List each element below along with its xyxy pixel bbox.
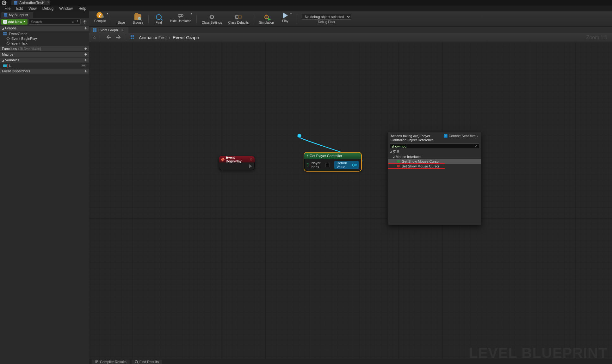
clear-icon[interactable]: ✕ xyxy=(475,144,478,148)
plus-icon: + xyxy=(3,20,7,24)
panel-search[interactable]: ⌕ ▼ xyxy=(29,19,81,25)
tab-compiler-results[interactable]: Compiler Results xyxy=(92,360,130,364)
variable-type-icon[interactable] xyxy=(82,64,86,67)
wire-endpoint-icon xyxy=(298,134,301,137)
tree-item-event-beginplay[interactable]: Event BeginPlay xyxy=(0,36,89,41)
graph-canvas[interactable]: LEVEL BLUEPRINT Event BeginPlay xyxy=(89,42,612,364)
blueprint-icon xyxy=(4,13,7,17)
event-icon xyxy=(221,157,225,161)
context-item-get-show-mouse-cursor[interactable]: Get Show Mouse Cursor xyxy=(388,159,481,164)
svg-rect-3 xyxy=(95,361,98,362)
tab-find-results[interactable]: Find Results xyxy=(132,360,162,364)
tree-label: Event Tick xyxy=(11,41,28,45)
add-icon[interactable]: + xyxy=(84,52,87,57)
chevron-down-icon[interactable]: ▼ xyxy=(76,20,79,22)
pin-value[interactable]: 0 xyxy=(325,163,330,167)
section-variables[interactable]: ◢Variables + xyxy=(0,57,89,63)
nav-forward-icon[interactable]: 🡲 xyxy=(115,35,121,40)
menubar: File Edit View Debug Window Help xyxy=(0,6,612,11)
blueprint-icon xyxy=(14,1,17,5)
node-title: Event BeginPlay xyxy=(226,155,248,163)
add-new-button[interactable]: + Add New ▼ xyxy=(1,19,28,25)
context-category-variable[interactable]: ◢变量 xyxy=(388,149,481,155)
close-icon[interactable]: × xyxy=(121,28,123,32)
search-icon: ⌕ xyxy=(72,19,74,24)
pin-label: Return Value xyxy=(337,161,351,169)
simulation-button[interactable]: ⚙▶ Simulation xyxy=(257,12,276,26)
compile-button[interactable]: ?⚙ Compile ▾ xyxy=(92,12,108,26)
toolbar-label: Hide Unrelated xyxy=(170,19,191,23)
toolbar-label: Find xyxy=(156,21,162,24)
window-tab[interactable]: AnimationTest* × xyxy=(11,0,50,5)
tree-item-eventgraph[interactable]: EventGraph xyxy=(0,31,89,36)
variable-label: UI xyxy=(9,64,80,68)
class-defaults-button[interactable]: ⚙⚙ Class Defaults xyxy=(226,12,251,26)
pin-player-index[interactable]: Player Index 0 xyxy=(307,161,330,169)
context-item-set-show-mouse-cursor[interactable]: Set Show Mouse Cursor xyxy=(388,164,445,168)
checkbox-checked-icon[interactable]: ✓ xyxy=(444,134,448,138)
section-macros[interactable]: Macros + xyxy=(0,52,89,57)
hide-unrelated-icon xyxy=(177,12,184,19)
node-get-player-controller[interactable]: f Get Player Controller Player Index 0 R… xyxy=(304,153,361,171)
simulation-icon: ⚙▶ xyxy=(264,14,269,21)
toolbar-label: Play xyxy=(282,19,288,23)
chevron-down-icon: ▼ xyxy=(23,20,26,23)
add-icon[interactable]: + xyxy=(84,58,87,63)
tab-event-graph[interactable]: Event Graph × xyxy=(90,27,128,33)
panel-tab-my-blueprint[interactable]: My Blueprint xyxy=(1,12,33,18)
menu-debug[interactable]: Debug xyxy=(40,6,56,11)
hide-unrelated-button[interactable]: Hide Unrelated ▾ xyxy=(168,12,194,26)
node-title: Get Player Controller xyxy=(310,154,342,158)
context-category-mouse-interface[interactable]: ◢Mouse Interface xyxy=(388,155,481,159)
section-functions[interactable]: Functions(18 Overridable) + xyxy=(0,46,89,52)
toolbar-label: Save xyxy=(118,21,125,24)
node-event-beginplay[interactable]: Event BeginPlay xyxy=(219,156,255,170)
debug-object-select[interactable]: No debug object selected xyxy=(302,14,351,20)
variable-item-ui[interactable]: UI xyxy=(0,63,89,68)
pin-return-value[interactable]: Return Value xyxy=(334,161,359,169)
add-icon[interactable]: + xyxy=(84,46,87,51)
favorite-icon[interactable]: ☆ xyxy=(92,35,96,40)
section-label: Event Dispatchers xyxy=(2,69,30,73)
context-sensitive-toggle[interactable]: ✓ Context Sensitive ▸ xyxy=(444,134,478,138)
graph-tabs: Event Graph × xyxy=(89,27,612,33)
context-sensitive-label: Context Sensitive xyxy=(448,134,476,138)
section-graphs[interactable]: ◢Graphs + xyxy=(0,25,89,31)
svg-rect-2 xyxy=(95,361,98,361)
event-icon xyxy=(6,37,10,40)
debug-filter-label: Debug Filter xyxy=(318,20,335,24)
section-label: Macros xyxy=(2,52,13,56)
graph-icon xyxy=(131,35,136,40)
menu-help[interactable]: Help xyxy=(76,6,89,11)
exec-out-pin[interactable] xyxy=(249,164,252,168)
browse-button[interactable]: 🔍 Browse xyxy=(130,12,146,26)
find-button[interactable]: Find xyxy=(151,12,166,26)
breadcrumb-leaf[interactable]: Event Graph xyxy=(173,35,199,40)
tree-item-event-tick[interactable]: Event Tick xyxy=(0,41,89,46)
nav-back-icon[interactable]: 🡰 xyxy=(106,35,112,40)
toolbar-label: Class Settings xyxy=(202,21,222,24)
menu-view[interactable]: View xyxy=(26,6,39,11)
status-tab-label: Compiler Results xyxy=(100,360,127,364)
menu-file[interactable]: File xyxy=(2,6,13,11)
section-event-dispatchers[interactable]: Event Dispatchers + xyxy=(0,68,89,74)
search-icon xyxy=(135,360,138,363)
context-menu-title: Actions taking a(n) Player Controller Ob… xyxy=(391,134,441,142)
play-button[interactable]: Play ▾ xyxy=(278,12,293,26)
close-icon[interactable]: × xyxy=(47,1,49,4)
defaults-icon: ⚙⚙ xyxy=(234,14,243,21)
add-icon[interactable]: + xyxy=(84,69,87,74)
settings-icon[interactable] xyxy=(82,19,88,25)
save-button[interactable]: Save xyxy=(114,12,129,26)
class-settings-button[interactable]: ⚙ Class Settings xyxy=(199,12,225,26)
browse-icon: 🔍 xyxy=(134,14,141,21)
add-icon[interactable]: + xyxy=(84,26,87,31)
compile-icon: ?⚙ xyxy=(96,12,104,19)
menu-window[interactable]: Window xyxy=(57,6,75,11)
context-search-input[interactable] xyxy=(390,143,479,149)
status-tab-label: Find Results xyxy=(139,360,159,364)
getter-icon xyxy=(397,160,400,163)
category-label: 变量 xyxy=(393,149,400,154)
breadcrumb-root[interactable]: AnimationTest xyxy=(139,35,167,40)
menu-edit[interactable]: Edit xyxy=(14,6,25,11)
